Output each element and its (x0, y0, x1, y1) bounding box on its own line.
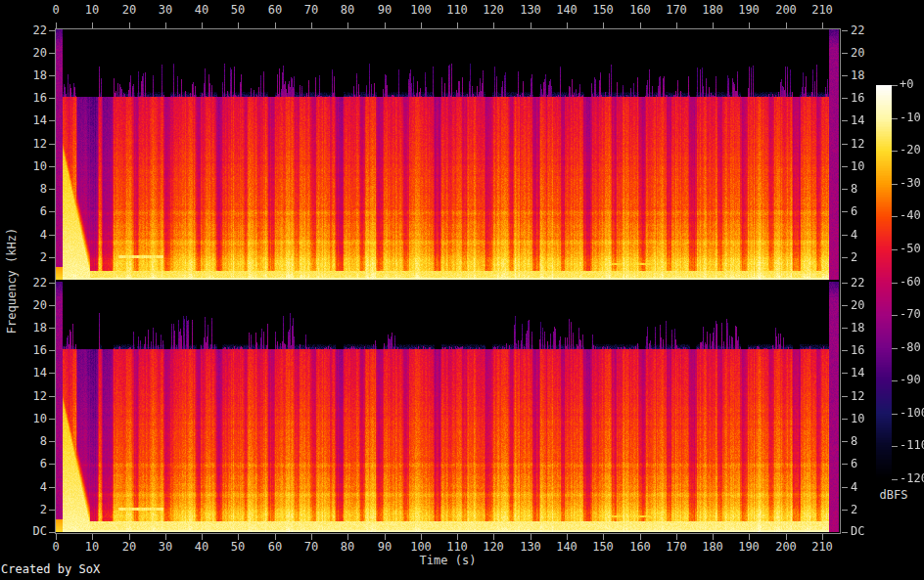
dbfs-tick-label: -120 (900, 471, 924, 486)
freq-tick-label: 2 (851, 503, 880, 517)
freq-axis-tick (49, 305, 55, 306)
freq-tick-label: 20 (851, 46, 880, 61)
freq-axis-tick (49, 396, 55, 397)
time-axis-tick (822, 22, 823, 28)
time-tick-label: 100 (404, 3, 438, 18)
time-axis-tick (238, 22, 239, 28)
dbfs-tick-label: -80 (900, 340, 924, 355)
spectrogram-heatmap-canvas (56, 29, 839, 532)
freq-axis-tick (842, 211, 848, 212)
dbfs-tick-label: -20 (900, 143, 924, 157)
time-tick-label: 40 (185, 3, 218, 18)
freq-axis-tick (842, 487, 848, 488)
sox-spectrogram-image: Frequency (kHz) Time (s) dBFS Created by… (0, 0, 924, 580)
freq-axis-tick (842, 283, 848, 284)
dbfs-axis-tick (892, 380, 898, 381)
dbfs-axis-tick (892, 414, 898, 415)
freq-tick-label: 18 (851, 321, 880, 335)
time-tick-label: 90 (368, 540, 401, 555)
time-tick-label: 90 (368, 3, 401, 18)
freq-axis-tick (49, 441, 55, 442)
freq-tick-label: 16 (851, 343, 880, 358)
freq-tick-label: 2 (851, 250, 880, 265)
freq-tick-label: 6 (18, 457, 47, 471)
time-tick-label: 40 (185, 540, 218, 555)
time-axis-tick (275, 22, 276, 28)
freq-axis-tick (49, 532, 55, 533)
time-tick-label: 190 (732, 540, 765, 555)
freq-tick-label: 6 (851, 457, 880, 471)
dbfs-axis-tick (892, 85, 898, 86)
time-axis-title: Time (s) (389, 554, 507, 568)
dbfs-tick-label: -50 (900, 242, 924, 256)
time-axis-tick (202, 22, 203, 28)
freq-tick-label: 6 (851, 204, 880, 219)
freq-tick-label: 10 (18, 412, 47, 426)
time-tick-label: 50 (221, 3, 254, 18)
time-tick-label: 120 (477, 3, 510, 18)
dbfs-axis-tick (892, 118, 898, 119)
freq-axis-tick (842, 350, 848, 351)
freq-tick-label: 10 (18, 159, 47, 174)
time-tick-label: 10 (75, 3, 109, 18)
time-tick-label: 190 (732, 3, 765, 18)
freq-tick-label: 18 (851, 68, 880, 83)
freq-tick-label: 8 (18, 434, 47, 449)
freq-axis-tick (842, 144, 848, 145)
freq-tick-label: 4 (18, 480, 47, 495)
time-axis-tick (603, 22, 604, 28)
time-tick-label: 110 (440, 540, 474, 555)
freq-tick-label: 4 (18, 228, 47, 243)
freq-tick-label: 4 (851, 480, 880, 495)
freq-tick-label: 10 (851, 412, 880, 426)
time-tick-label: 140 (550, 3, 583, 18)
freq-tick-label: 14 (851, 113, 880, 128)
time-tick-label: 200 (769, 540, 803, 555)
time-tick-label: 0 (39, 3, 72, 18)
dbfs-tick-label: -100 (900, 406, 924, 421)
time-tick-label: 150 (586, 3, 620, 18)
dbfs-axis-tick (892, 348, 898, 349)
freq-tick-label: 12 (851, 389, 880, 404)
time-axis-tick (421, 22, 422, 28)
dbfs-tick-label: -40 (900, 208, 924, 223)
time-tick-label: 60 (258, 540, 292, 555)
freq-dc-label: DC (18, 524, 47, 539)
freq-axis-tick (49, 235, 55, 236)
time-tick-label: 30 (149, 3, 182, 18)
freq-tick-label: 16 (18, 91, 47, 106)
freq-axis-tick (49, 166, 55, 167)
freq-axis-tick (49, 510, 55, 511)
freq-axis-tick (49, 464, 55, 465)
freq-tick-label: 12 (18, 137, 47, 152)
freq-tick-label: 10 (851, 159, 880, 174)
freq-axis-tick (842, 166, 848, 167)
time-tick-label: 70 (295, 540, 328, 555)
freq-axis-tick (842, 510, 848, 511)
time-axis-tick (749, 22, 750, 28)
time-axis-tick (567, 22, 568, 28)
freq-tick-label: 18 (18, 68, 47, 83)
time-axis-tick (457, 22, 458, 28)
freq-axis-tick (49, 328, 55, 329)
dbfs-axis-tick (892, 249, 898, 250)
freq-tick-label: 8 (851, 434, 880, 449)
freq-tick-label: 20 (851, 298, 880, 313)
time-tick-label: 200 (769, 3, 803, 18)
time-tick-label: 180 (696, 540, 729, 555)
freq-axis-tick (842, 419, 848, 420)
time-tick-label: 10 (75, 540, 109, 555)
time-tick-label: 60 (258, 3, 292, 18)
time-axis-tick (713, 22, 714, 28)
time-tick-label: 50 (221, 540, 254, 555)
time-axis-tick (786, 22, 787, 28)
freq-tick-label: 22 (18, 276, 47, 290)
dbfs-tick-label: -10 (900, 111, 924, 125)
freq-tick-label: 8 (18, 182, 47, 197)
created-by-sox-credit: Created by SoX (1, 562, 100, 577)
time-axis-tick (129, 22, 130, 28)
time-tick-label: 170 (660, 3, 693, 18)
freq-axis-tick (842, 98, 848, 99)
freq-tick-label: 6 (18, 204, 47, 219)
dbfs-axis-tick (892, 283, 898, 284)
